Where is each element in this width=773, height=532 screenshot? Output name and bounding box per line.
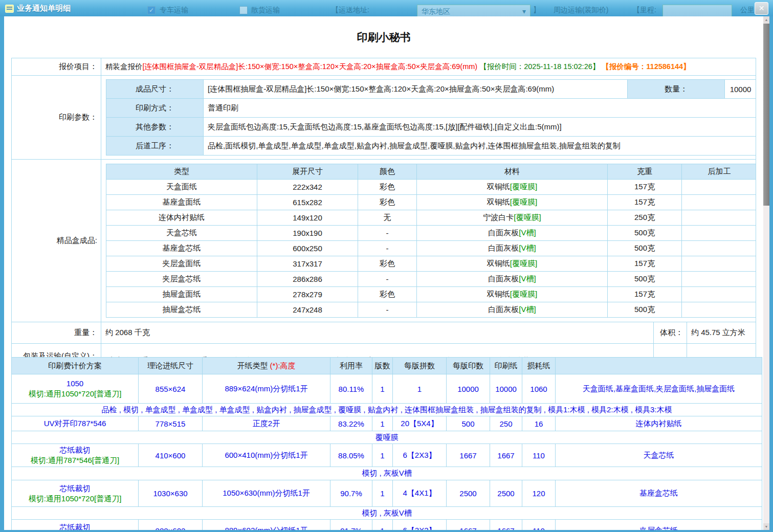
size-row: 成品尺寸： [连体围框抽屉盒-双层精品盒]长:150×侧宽:150×整盒高:12… (106, 80, 756, 99)
cell-cut: 889×624(mm)分切纸1开 (203, 374, 330, 404)
plan-main: 芯纸裁切 (12, 483, 138, 494)
process-span: 品检 , 模切 , 单盒成型 , 单盒成型 , 单盒成型 , 贴盒内衬 , 抽屉… (12, 404, 762, 416)
cell-per-plate: 4【4X1】 (393, 480, 447, 507)
weight-row: 重量： 约 2068 千克 体积： 约 45.75 立方米 (12, 322, 756, 344)
cell-target: 天盒芯纸 (556, 444, 762, 467)
cell-material: 宁波白卡[覆哑膜] (417, 210, 608, 226)
col-plan: 印刷费计价方案 (12, 358, 139, 374)
col-post: 后加工 (682, 164, 756, 180)
cell-weight: 157克 (608, 195, 682, 210)
method-value: 普通印刷 (204, 99, 756, 118)
col-feed-size: 理论进纸尺寸 (139, 358, 203, 374)
col-type: 类型 (106, 164, 257, 180)
scrollbar-thumb[interactable] (763, 24, 769, 206)
cell-feed: 888×602 (139, 520, 203, 530)
material-extra: [V槽] (519, 243, 536, 252)
plan-main: 芯纸裁切 (12, 445, 138, 455)
cell-plates: 1 (372, 480, 393, 507)
cell-rate: 83.22% (330, 416, 372, 431)
cell-rate: 80.11% (330, 374, 372, 404)
process-span: 覆哑膜 (12, 431, 762, 444)
region-select-value: 华东地区 (422, 7, 450, 15)
print-params-row: 印刷参数： 成品尺寸： [连体围框抽屉盒-双层精品盒]长:150×侧宽:150×… (12, 76, 756, 160)
dialog-body: 印刷小秘书 报价项目： 精装盒报价[连体围框抽屉盒-双层精品盒]长:150×侧宽… (4, 16, 763, 530)
chevron-down-icon: ▾ (522, 5, 526, 16)
process-span: 模切 , 灰板V槽 (12, 507, 762, 520)
product-row: 天盒芯纸 190x190 - 白面灰板[V槽] 500克 (106, 226, 756, 241)
col-material: 材料 (417, 164, 608, 180)
window-icon (5, 5, 14, 13)
cell-waste: 16 (522, 416, 556, 431)
cell-size: 278x279 (257, 287, 358, 302)
cell-material: 双铜纸[覆哑膜] (417, 180, 608, 195)
post-process-value: 品检,面纸模切,单盒成型,单盒成型,单盒成型,贴盒内衬,抽屉盒成型,覆哑膜,贴盒… (204, 137, 756, 156)
cell-paper: 250 (490, 416, 522, 431)
pricing-row: 芯纸裁切 模切:通用1050*720[普通刀] 1030×630 1050×63… (12, 480, 762, 507)
col-weight: 克重 (608, 164, 682, 180)
plan-main: 1050 (12, 379, 138, 389)
cell-material: 白面灰板[V槽] (417, 241, 608, 256)
col-per-plate: 每版拼数 (393, 358, 447, 374)
cell-rate: 90.7% (330, 480, 372, 507)
cell-color: - (358, 241, 417, 256)
close-button[interactable]: ✕ (755, 2, 768, 15)
cell-waste: 110 (522, 520, 556, 530)
cell-plan: 芯纸裁切 (12, 520, 139, 530)
post-process-row: 后道工序： 品检,面纸模切,单盒成型,单盒成型,单盒成型,贴盒内衬,抽屉盒成型,… (106, 137, 756, 156)
quote-prefix: 精装盒报价 (105, 62, 143, 71)
cell-post (682, 287, 756, 302)
cell-type: 天盒芯纸 (106, 226, 257, 241)
cell-size: 600x250 (257, 241, 358, 256)
print-params-content: 成品尺寸： [连体围框抽屉盒-双层精品盒]长:150×侧宽:150×整盒高:12… (101, 76, 756, 160)
cut-type-black: 开纸类型 (237, 361, 270, 370)
cell-plates: 1 (372, 520, 393, 530)
quote-item-value: 精装盒报价[连体围框抽屉盒-双层精品盒]长:150×侧宽:150×整盒高:120… (101, 58, 756, 76)
volume-label: 体积： (653, 322, 687, 344)
material-extra: [V槽] (519, 274, 536, 283)
material-extra: [覆哑膜] (514, 213, 541, 221)
cell-paper: 2500 (490, 480, 522, 507)
cell-material: 双铜纸[覆哑膜] (417, 287, 608, 302)
cell-waste: 110 (522, 444, 556, 467)
cell-per-plate: 6【2X3】 (393, 444, 447, 467)
product-row: 天盒面纸 222x342 彩色 双铜纸[覆哑膜] 157克 (106, 180, 756, 195)
cell-waste: 120 (522, 480, 556, 507)
products-table: 类型 展开尺寸 颜色 材料 克重 后加工 天盒面纸 222x342 彩色 双铜纸… (106, 164, 756, 318)
cell-target: 连体内衬贴纸 (556, 416, 762, 431)
cell-weight: 157克 (608, 287, 682, 302)
cell-type: 基座盒芯纸 (106, 241, 257, 256)
size-label: 成品尺寸： (106, 80, 204, 99)
other-params-label: 其他参数： (106, 118, 204, 137)
cell-post (682, 195, 756, 210)
print-params-table: 成品尺寸： [连体围框抽屉盒-双层精品盒]长:150×侧宽:150×整盒高:12… (106, 79, 756, 156)
weight-value: 约 2068 千克 (101, 322, 654, 344)
cell-cut: 889×602(mm)分切纸1开 (203, 520, 330, 530)
truck-transport-checkbox: ✓ (147, 6, 156, 14)
cell-waste: 1060 (522, 374, 556, 404)
plan-sub: 模切:通用1050*720[普通刀] (12, 494, 138, 504)
material-extra: [覆哑膜] (510, 197, 537, 206)
cell-color: 彩色 (358, 287, 417, 302)
col-cut-type: 开纸类型 (*):高度 (203, 358, 330, 374)
scroll-down-arrow[interactable]: ▼ (763, 523, 769, 530)
pricing-row: 1050 模切:通用1050*720[普通刀] 855×624 889×624(… (12, 374, 762, 404)
cell-target: 基座盒芯纸 (556, 480, 762, 507)
cell-post (682, 302, 756, 318)
cell-per-plate: 1 (393, 374, 447, 404)
material-extra: [V槽] (519, 305, 536, 314)
cell-paper: 10000 (490, 374, 522, 404)
cell-color: 无 (358, 210, 417, 226)
mileage-label: 【里程: (633, 6, 656, 15)
cell-per-plate: 20【5X4】 (393, 416, 447, 431)
cell-type: 抽屉盒面纸 (106, 287, 257, 302)
cell-size: 615x282 (257, 195, 358, 210)
cell-weight: 157克 (608, 256, 682, 272)
cell-material: 白面灰板[V槽] (417, 226, 608, 241)
page-title: 印刷小秘书 (4, 16, 763, 45)
scroll-up-arrow[interactable]: ▲ (763, 16, 769, 23)
cell-type: 基座盒面纸 (106, 195, 257, 210)
cell-post (682, 226, 756, 241)
print-params-label: 印刷参数： (12, 76, 101, 160)
cell-type: 抽屉盒芯纸 (106, 302, 257, 318)
products-content: 类型 展开尺寸 颜色 材料 克重 后加工 天盒面纸 222x342 彩色 双铜纸… (101, 160, 756, 322)
